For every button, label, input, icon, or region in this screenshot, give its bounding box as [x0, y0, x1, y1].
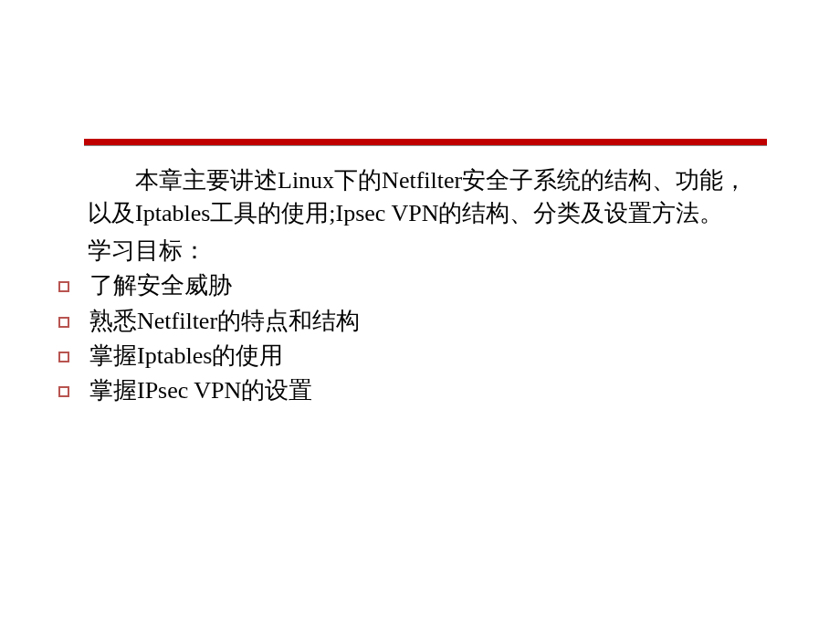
square-bullet-icon	[58, 352, 69, 362]
square-bullet-icon	[58, 386, 69, 397]
list-item: 熟悉Netfilter的特点和结构	[58, 305, 758, 338]
list-item: 了解安全威胁	[58, 269, 758, 302]
list-item: 掌握IPsec VPN的设置	[58, 374, 758, 407]
list-item-text: 掌握Iptables的使用	[89, 340, 283, 373]
list-item: 掌握Iptables的使用	[58, 340, 758, 373]
square-bullet-icon	[58, 317, 69, 328]
list-item-text: 了解安全威胁	[89, 269, 232, 302]
intro-paragraph: 本章主要讲述Linux下的Netfilter安全子系统的结构、功能，以及Ipta…	[88, 164, 758, 231]
list-item-text: 掌握IPsec VPN的设置	[89, 374, 312, 407]
slide-content: 本章主要讲述Linux下的Netfilter安全子系统的结构、功能，以及Ipta…	[88, 164, 758, 410]
learning-objectives-title: 学习目标：	[88, 235, 758, 268]
list-item-text: 熟悉Netfilter的特点和结构	[89, 305, 360, 338]
title-underline-gray	[84, 145, 767, 146]
square-bullet-icon	[58, 281, 69, 292]
title-underline-red	[84, 139, 767, 145]
objectives-list: 了解安全威胁 熟悉Netfilter的特点和结构 掌握Iptables的使用 掌…	[58, 269, 758, 408]
